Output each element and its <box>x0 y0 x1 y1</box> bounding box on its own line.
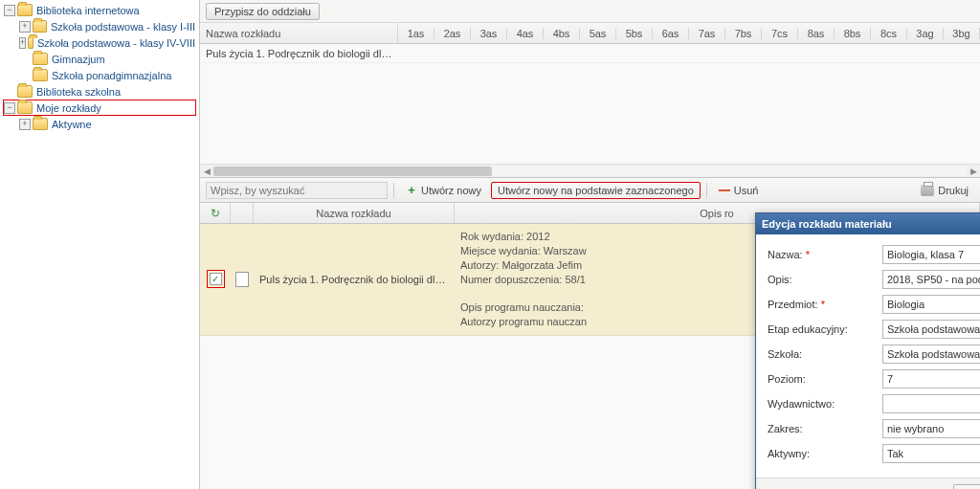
delete-button[interactable]: Usuń <box>713 183 765 198</box>
tree-node[interactable]: Gimnazjum <box>0 51 199 67</box>
plus-icon: + <box>406 185 417 196</box>
tree-label: Biblioteka internetowa <box>36 5 140 16</box>
tree-node[interactable]: −Moje rozkłady <box>3 100 196 116</box>
dialog-title: Edycja rozkładu materiału <box>762 218 892 230</box>
input-nazwa[interactable] <box>882 245 980 264</box>
grid-col[interactable]: 3bg <box>944 28 980 39</box>
create-based-label: Utwórz nowy na podstawie zaznaczonego <box>498 185 694 196</box>
folder-icon <box>33 53 48 65</box>
label-poziom: Poziom: <box>768 373 882 385</box>
folder-icon <box>17 101 33 114</box>
refresh-icon: ↻ <box>211 207 220 220</box>
label-aktywny: Aktywny: <box>768 448 882 459</box>
create-new-button[interactable]: + Utwórz nowy <box>400 183 487 198</box>
folder-icon <box>28 36 33 49</box>
dialog-title-bar[interactable]: Edycja rozkładu materiału ✕ <box>756 213 980 234</box>
toggle-icon[interactable]: + <box>19 119 31 130</box>
grid-col[interactable]: 2as <box>434 28 471 39</box>
select-szkola[interactable]: Szkoła podstawowa, kl. 4-8▼ <box>882 345 980 364</box>
toggle-icon[interactable]: − <box>4 5 15 16</box>
tree-label: Szkoła ponadgimnazjalna <box>52 70 171 81</box>
tree-node[interactable]: Szkoła ponadgimnazjalna <box>0 67 199 83</box>
folder-icon <box>33 69 48 81</box>
col-check[interactable]: ↻ <box>200 203 231 223</box>
folder-icon <box>17 85 33 98</box>
folder-icon <box>33 118 48 130</box>
toggle-icon[interactable]: + <box>19 21 31 33</box>
tree-node[interactable]: +Szkoła podstawowa - klasy IV-VIII <box>0 34 199 51</box>
tree-node[interactable]: +Aktywne <box>0 116 199 132</box>
row-name-bottom: Puls życia 1. Podręcznik do biologii dla… <box>254 274 455 285</box>
scroll-left-icon[interactable]: ◀ <box>200 165 213 178</box>
print-icon <box>921 185 934 196</box>
tree-label: Aktywne <box>52 119 92 130</box>
input-opis[interactable] <box>882 270 980 289</box>
assign-button[interactable]: Przypisz do oddziału <box>206 3 320 20</box>
row-checkbox-wrap: ✓ <box>207 270 225 288</box>
tree-node[interactable]: −Biblioteka internetowa <box>0 2 199 18</box>
select-etap[interactable]: Szkoła podstawowa - klasy IV-VIII▼ <box>882 320 980 339</box>
tree-label: Gimnazjum <box>52 54 105 65</box>
grid-col[interactable]: 5bs <box>616 28 653 39</box>
create-new-label: Utwórz nowy <box>421 185 481 196</box>
tree-label: Szkoła podstawowa - klasy I-III <box>51 21 195 33</box>
col-name[interactable]: Nazwa rozkładu <box>200 23 398 43</box>
toggle-icon[interactable]: + <box>19 37 26 49</box>
search-input[interactable] <box>206 182 388 199</box>
grid-col[interactable]: 3as <box>471 28 507 39</box>
print-label: Drukuj <box>938 185 969 196</box>
tree-label: Moje rozkłady <box>36 102 101 114</box>
select-poziom[interactable]: 7▼ <box>882 369 980 389</box>
tree-label: Biblioteka szkolna <box>36 86 121 98</box>
print-button[interactable]: Drukuj <box>915 183 974 198</box>
horizontal-scrollbar[interactable]: ◀ ▶ <box>200 164 980 177</box>
col-name-bottom[interactable]: Nazwa rozkładu <box>254 203 455 223</box>
top-toolbar: Przypisz do oddziału <box>200 0 980 23</box>
save-button[interactable]: ✔Zapisz <box>953 484 980 489</box>
select-zakres[interactable]: nie wybrano▼ <box>882 419 980 438</box>
top-grid-row[interactable]: Puls życia 1. Podręcznik do biologii dla… <box>200 44 980 63</box>
row-name: Puls życia 1. Podręcznik do biologii dla… <box>200 48 398 59</box>
toggle-icon[interactable]: − <box>4 102 15 114</box>
grid-col[interactable]: 4as <box>507 28 544 39</box>
document-icon <box>235 272 249 287</box>
grid-col[interactable]: 8as <box>798 28 835 39</box>
grid-col[interactable]: 5as <box>580 28 616 39</box>
create-based-button[interactable]: Utwórz nowy na podstawie zaznaczonego <box>491 182 701 199</box>
folder-icon <box>17 4 33 16</box>
label-wydawnictwo: Wydawnictwo: <box>768 398 882 410</box>
label-przedmiot: Przedmiot: * <box>768 299 882 310</box>
grid-col[interactable]: 7bs <box>725 28 762 39</box>
label-szkola: Szkoła: <box>768 348 882 360</box>
grid-col[interactable]: 3ag <box>907 28 944 39</box>
scroll-right-icon[interactable]: ▶ <box>967 165 980 178</box>
minus-icon <box>719 189 730 191</box>
row-checkbox[interactable]: ✓ <box>210 273 222 285</box>
label-nazwa: Nazwa: * <box>768 249 882 260</box>
tree-node[interactable]: Biblioteka szkolna <box>0 83 199 100</box>
label-opis: Opis: <box>768 274 882 285</box>
grid-col[interactable]: 8bs <box>835 28 871 39</box>
mid-toolbar: + Utwórz nowy Utwórz nowy na podstawie z… <box>200 178 980 203</box>
delete-label: Usuń <box>734 185 759 196</box>
label-zakres: Zakres: <box>768 423 882 434</box>
grid-col[interactable]: 8cs <box>871 28 907 39</box>
select-przedmiot[interactable]: Biologia▼ <box>882 295 980 314</box>
nav-tree: −Biblioteka internetowa+Szkoła podstawow… <box>0 0 200 489</box>
col-icon <box>231 203 254 223</box>
input-wydawnictwo[interactable] <box>882 394 980 413</box>
grid-col[interactable]: 7cs <box>762 28 798 39</box>
folder-icon <box>33 20 47 33</box>
grid-col[interactable]: 4bs <box>544 28 580 39</box>
grid-col[interactable]: 6as <box>653 28 689 39</box>
label-etap: Etap edukacyjny: <box>768 323 882 335</box>
grid-col[interactable]: 7as <box>689 28 725 39</box>
tree-label: Szkoła podstawowa - klasy IV-VIII <box>37 37 195 49</box>
edit-dialog: Edycja rozkładu materiału ✕ Nazwa: * Opi… <box>755 212 980 489</box>
top-grid-header: Nazwa rozkładu 1as2as3as4as4bs5as5bs6as7… <box>200 23 980 44</box>
tree-node[interactable]: +Szkoła podstawowa - klasy I-III <box>0 18 199 34</box>
grid-col[interactable]: 1as <box>398 28 434 39</box>
select-aktywny[interactable]: Tak▼ <box>882 444 980 463</box>
